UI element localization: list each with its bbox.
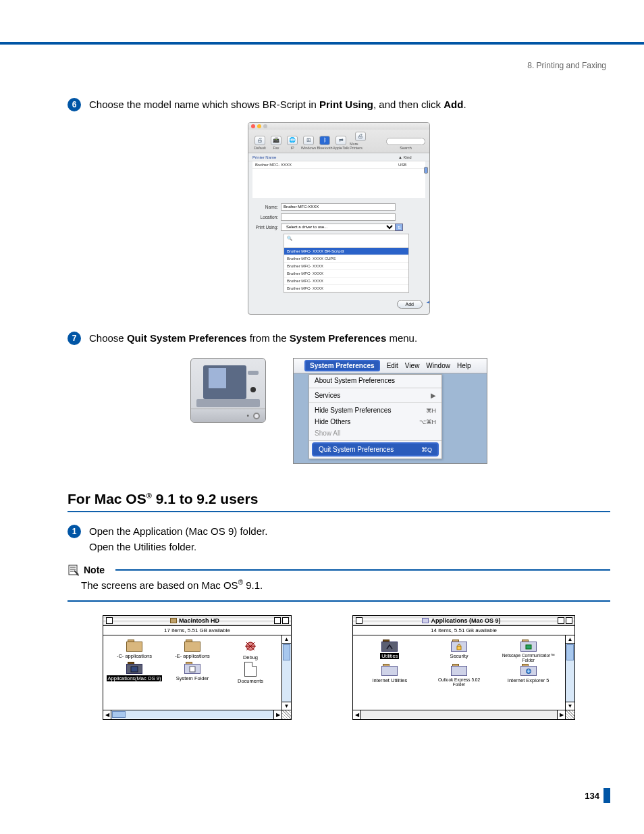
printer-list-row[interactable]: Brother MFC- XXXX USB (252, 161, 425, 169)
more-printers-icon: 🖨 (355, 132, 366, 141)
scroll-up-icon[interactable]: ▲ (566, 635, 574, 644)
menu-hide-others[interactable]: Hide Others⌥⌘H (309, 416, 441, 427)
row-name: Brother MFC- XXXX (255, 163, 398, 167)
folder-ie5[interactable]: Internet Explorer 5 (500, 664, 557, 687)
scroll-down-icon[interactable]: ▼ (566, 702, 574, 710)
resize-corner-icon[interactable] (281, 710, 291, 719)
scroll-right-icon[interactable]: ▶ (273, 710, 281, 719)
driver-item[interactable]: Brother MFC- XXXX (284, 263, 408, 270)
step6-b1: Print Using (319, 99, 373, 110)
toolbar-windows[interactable]: ⊞Windows (301, 136, 316, 150)
printer-base-icon: • (191, 409, 265, 422)
close-traffic-icon[interactable] (251, 124, 255, 128)
toolbar-fax[interactable]: 📠Fax (269, 136, 284, 150)
os9-title-text: Applications (Mac OS 9) (365, 617, 558, 624)
col-kind-wrap[interactable]: ▲ Kind (398, 155, 425, 159)
os9-titlebar[interactable]: Applications (Mac OS 9) (353, 616, 574, 626)
toolbar-more[interactable]: 🖨More Printers (350, 132, 371, 150)
os9-titlebar[interactable]: Macintosh HD (103, 616, 291, 626)
menu-hide[interactable]: Hide System Preferences⌘H (309, 405, 441, 416)
driver-item[interactable]: Brother MFC- XXXX (284, 278, 408, 285)
name-input[interactable] (281, 203, 396, 211)
globe-icon: 🌐 (287, 136, 298, 145)
toolbar-appletalk[interactable]: ⇄AppleTalk (333, 136, 348, 150)
add-button[interactable]: Add (397, 300, 423, 309)
select-chevron-icon[interactable]: ⇅ (395, 224, 403, 231)
hscroll-thumb[interactable] (112, 711, 126, 718)
scroll-thumb[interactable] (566, 644, 574, 660)
scroll-left-icon[interactable]: ◀ (103, 710, 111, 719)
folder-e-applications[interactable]: -E- applications (164, 640, 221, 660)
folder-outlook[interactable]: Outlook Express 5.02 Folder (431, 664, 487, 687)
folder-c-applications[interactable]: -C- applications (106, 640, 163, 660)
os9-hscrollbar[interactable]: ◀ ▶ (353, 710, 574, 719)
driver-item[interactable]: Brother MFC- XXXX (284, 285, 408, 292)
driver-list[interactable]: 🔍 Brother MFC- XXXX BR-Script3 Brother M… (284, 234, 409, 293)
os9-close-button[interactable] (106, 617, 113, 624)
row-kind: USB (398, 163, 423, 167)
folder-utilities[interactable]: Utilities (361, 640, 418, 662)
item-label: System Folder (175, 675, 210, 681)
scroll-thumb[interactable] (283, 644, 290, 660)
folder-security[interactable]: Security (431, 640, 487, 662)
printer-tray-icon (196, 399, 260, 407)
menu-about[interactable]: About System Preferences (309, 375, 441, 386)
scroll-left-icon[interactable]: ◀ (353, 710, 361, 719)
menu-hide-others-shortcut: ⌥⌘H (419, 419, 437, 425)
menubar-window[interactable]: Window (426, 362, 450, 369)
driver-item-selected[interactable]: Brother MFC- XXXX BR-Script3 (284, 248, 408, 255)
toolbar-bluetooth[interactable]: ᛒBluetooth (317, 136, 332, 150)
folder-internet-utilities[interactable]: Internet Utilities (361, 664, 418, 687)
utilities-folder-icon (381, 640, 398, 652)
os9-hscrollbar[interactable]: ◀ ▶ (103, 710, 291, 719)
os9-vscrollbar[interactable]: ▲ ▼ (565, 635, 574, 710)
hscroll-track[interactable] (111, 710, 273, 719)
scroll-down-icon[interactable]: ▼ (282, 702, 291, 710)
os9-vscrollbar[interactable]: ▲ ▼ (281, 635, 291, 710)
driver-item[interactable]: Brother MFC- XXXX CUPS (284, 255, 408, 263)
scroll-track[interactable] (566, 644, 574, 702)
toolbar-ip[interactable]: 🌐IP (285, 136, 300, 150)
search-input[interactable] (386, 138, 425, 145)
menubar-system-preferences[interactable]: System Preferences (304, 360, 380, 371)
print-using-label: Print Using: (255, 225, 281, 230)
toolbar-default[interactable]: 🖨Default (252, 136, 267, 150)
os9-window-applications: Applications (Mac OS 9) 14 items, 5.51 G… (352, 615, 575, 720)
folder-debug[interactable]: Debug (222, 640, 279, 660)
zoom-traffic-icon[interactable] (263, 124, 267, 128)
resize-corner-icon[interactable] (565, 710, 574, 719)
heading-sup: ® (146, 492, 152, 500)
print-using-select[interactable]: Select a driver to use... (281, 224, 396, 231)
location-input[interactable] (281, 213, 396, 221)
minimize-traffic-icon[interactable] (257, 124, 261, 128)
note-body: The screens are based on Mac OS® 9.1. (68, 576, 610, 600)
printer-list[interactable]: Brother MFC- XXXX USB (252, 161, 425, 198)
os9-window-macintosh-hd: Macintosh HD 17 items, 5.51 GB available… (103, 615, 292, 720)
menu-quit[interactable]: Quit System Preferences⌘Q (312, 442, 439, 457)
driver-item[interactable]: Brother MFC- XXXX (284, 270, 408, 278)
internet-utilities-folder-icon (381, 664, 398, 676)
menubar-edit[interactable]: Edit (387, 362, 398, 369)
menu-services[interactable]: Services▶ (309, 390, 441, 401)
page-tab-icon (603, 788, 610, 803)
os9-zoom-buttons[interactable] (558, 617, 574, 624)
folder-documents[interactable]: Documents (222, 662, 279, 684)
menubar-help[interactable]: Help (457, 362, 471, 369)
scroll-thumb[interactable] (424, 167, 428, 174)
os9-zoom-buttons[interactable] (274, 617, 291, 624)
scroll-up-icon[interactable]: ▲ (282, 635, 291, 644)
folder-applications-os9[interactable]: Applications(Mac OS 9) (106, 662, 163, 684)
appletalk-icon: ⇄ (336, 136, 346, 145)
scroll-track[interactable] (282, 644, 291, 702)
breadcrumb: 8. Printing and Faxing (68, 61, 610, 70)
folder-system[interactable]: System Folder (164, 662, 221, 684)
menu-show-all: Show All (309, 427, 441, 439)
scroll-right-icon[interactable]: ▶ (557, 710, 565, 719)
driver-search-input[interactable] (287, 242, 406, 246)
col-printer-name[interactable]: Printer Name (252, 155, 398, 159)
list-scrollbar[interactable] (424, 161, 428, 198)
menubar-view[interactable]: View (405, 362, 420, 369)
folder-netscape[interactable]: Netscape Communicator™ Folder (500, 640, 557, 662)
hscroll-track[interactable] (361, 710, 557, 719)
os9-close-button[interactable] (356, 617, 363, 624)
